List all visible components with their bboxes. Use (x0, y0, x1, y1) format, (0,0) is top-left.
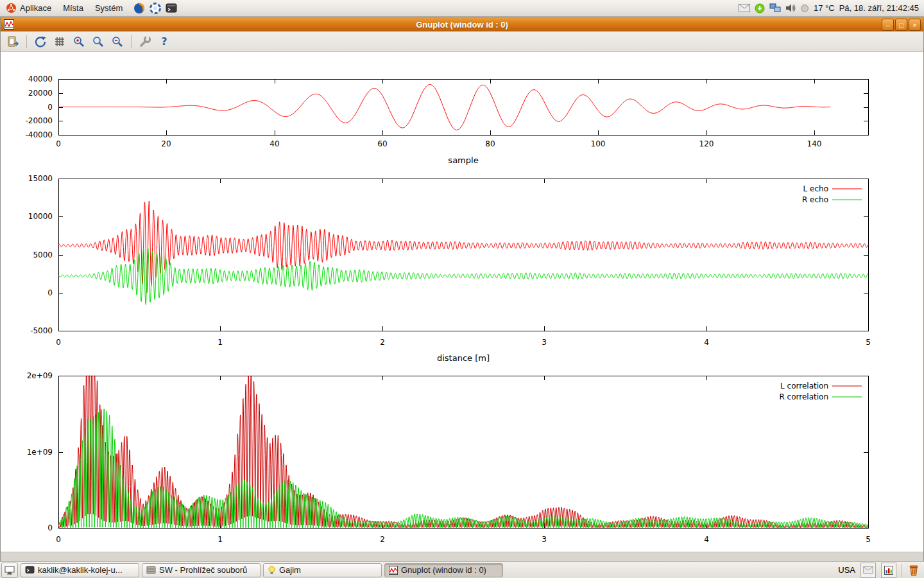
close-button[interactable]: × (909, 19, 921, 31)
gnuplot-window-icon (4, 19, 14, 30)
svg-text:120: 120 (699, 139, 714, 148)
gnuplot-icon (389, 566, 398, 575)
svg-text:100: 100 (591, 139, 606, 148)
task-gajim[interactable]: Gajim (263, 563, 382, 577)
task-label: kaklik@kaklik-kolej-u... (38, 565, 123, 575)
panel-launchers (133, 3, 177, 14)
volume-tray-icon[interactable] (785, 3, 796, 13)
updates-tray-icon[interactable] (755, 3, 765, 13)
task-file-manager[interactable]: SW - Prohlížeč souborů (142, 563, 261, 577)
firefox-launcher-icon[interactable] (133, 3, 145, 14)
svg-text:L echo: L echo (803, 184, 828, 193)
refresh-icon (34, 35, 47, 48)
weather-tray-icon[interactable] (800, 4, 809, 13)
svg-text:0: 0 (47, 523, 53, 532)
desktop-icon (4, 566, 15, 575)
toolbar-config-button[interactable] (137, 33, 153, 50)
keyboard-layout-indicator[interactable]: USA (838, 565, 855, 575)
gnuplot-tray-button[interactable] (881, 563, 896, 578)
svg-text:R echo: R echo (802, 195, 828, 204)
magnifier-icon (111, 35, 124, 48)
chart-echo: 012345150001000050000-5000distance [m]L … (1, 174, 924, 367)
terminal-launcher-icon[interactable] (166, 3, 177, 13)
svg-text:1: 1 (218, 338, 223, 347)
svg-text:4: 4 (704, 338, 709, 347)
svg-text:1e+09: 1e+09 (27, 448, 53, 457)
menu-system[interactable]: Systém (89, 0, 128, 16)
titlebar[interactable]: Gnuplot (window id : 0) – □ × (1, 17, 923, 31)
toolbar-zoom-button-1[interactable] (71, 33, 87, 50)
chart-sample-signal: 02040608010012014040000200000-20000-4000… (1, 73, 924, 169)
svg-text:40000: 40000 (28, 74, 53, 83)
svg-text:20: 20 (161, 139, 171, 148)
copy-icon (6, 35, 19, 48)
window-bottom-edge (1, 552, 923, 561)
menu-places-label: Místa (63, 3, 83, 13)
menu-applications-label: Aplikace (20, 3, 51, 13)
minimize-button[interactable]: – (882, 19, 894, 31)
svg-text:15000: 15000 (28, 174, 53, 183)
network-tray-icon[interactable] (769, 3, 781, 13)
file-manager-icon (146, 566, 156, 574)
svg-text:-20000: -20000 (25, 116, 53, 125)
plot-canvas[interactable]: 02040608010012014040000200000-20000-4000… (1, 52, 923, 552)
svg-text:0: 0 (47, 103, 53, 112)
svg-text:0: 0 (47, 288, 53, 297)
toolbar-separator (131, 35, 132, 48)
toolbar-copy-button[interactable] (4, 33, 21, 50)
task-label: Gnuplot (window id : 0) (401, 565, 486, 575)
taskbar-separator (902, 564, 902, 577)
panel-tray: 17 °C Pá, 18. září, 21:42:45 (739, 3, 924, 13)
taskbar: kaklik@kaklik-kolej-u... SW - Prohlížeč … (0, 561, 924, 578)
trash-button[interactable] (907, 564, 920, 577)
temperature-label: 17 °C (814, 3, 835, 13)
top-panel: Aplikace Místa Systém (0, 0, 924, 17)
svg-text:4: 4 (704, 535, 709, 544)
desktop: Aplikace Místa Systém (0, 0, 924, 578)
chart-icon (884, 566, 893, 575)
menu-places[interactable]: Místa (57, 0, 89, 16)
toolbar-zoom-button-3[interactable] (109, 33, 126, 50)
svg-text:L correlation: L correlation (780, 381, 828, 390)
chart-correlation: 0123452e+091e+090distance [m]L correlati… (1, 371, 924, 563)
toolbar-refresh-button[interactable] (32, 33, 49, 50)
task-label: Gajim (279, 565, 301, 575)
magnifier-icon (92, 35, 105, 48)
menu-applications[interactable]: Aplikace (0, 0, 57, 16)
svg-text:1: 1 (218, 535, 223, 544)
svg-text:60: 60 (377, 139, 387, 148)
grid-icon (54, 36, 65, 48)
svg-text:0: 0 (56, 338, 61, 347)
magnifier-icon (73, 35, 85, 48)
mail-tray-icon[interactable] (739, 4, 750, 12)
show-desktop-button[interactable] (1, 563, 18, 578)
svg-text:3: 3 (542, 535, 547, 544)
svg-text:5: 5 (866, 338, 871, 347)
svg-text:2: 2 (380, 338, 385, 347)
toolbar-zoom-button-2[interactable] (90, 33, 107, 50)
svg-text:5: 5 (866, 535, 871, 544)
svg-text:0: 0 (56, 139, 61, 148)
svg-text:2: 2 (380, 535, 385, 544)
clock[interactable]: Pá, 18. září, 21:42:45 (839, 3, 919, 13)
svg-text:10000: 10000 (28, 212, 53, 221)
svg-text:sample: sample (448, 155, 478, 165)
task-terminal[interactable]: kaklik@kaklik-kolej-u... (21, 563, 139, 577)
svg-text:20000: 20000 (28, 89, 53, 98)
mail-notification-button[interactable] (860, 563, 876, 578)
toolbar-help-button[interactable]: ? (156, 33, 173, 50)
question-mark-icon: ? (161, 35, 167, 48)
help-launcher-icon[interactable] (150, 3, 161, 14)
maximize-button[interactable]: □ (895, 19, 907, 31)
svg-text:-5000: -5000 (30, 326, 53, 335)
svg-text:R correlation: R correlation (779, 392, 828, 401)
gajim-lightbulb-icon (268, 566, 276, 575)
taskbar-tray: USA (838, 563, 923, 578)
toolbar-grid-button[interactable] (51, 33, 68, 50)
toolbar-separator (26, 35, 27, 48)
task-gnuplot[interactable]: Gnuplot (window id : 0) (384, 563, 503, 577)
svg-text:80: 80 (485, 139, 495, 148)
svg-text:5000: 5000 (33, 250, 53, 259)
mail-icon (863, 566, 873, 574)
wrench-icon (139, 35, 151, 48)
